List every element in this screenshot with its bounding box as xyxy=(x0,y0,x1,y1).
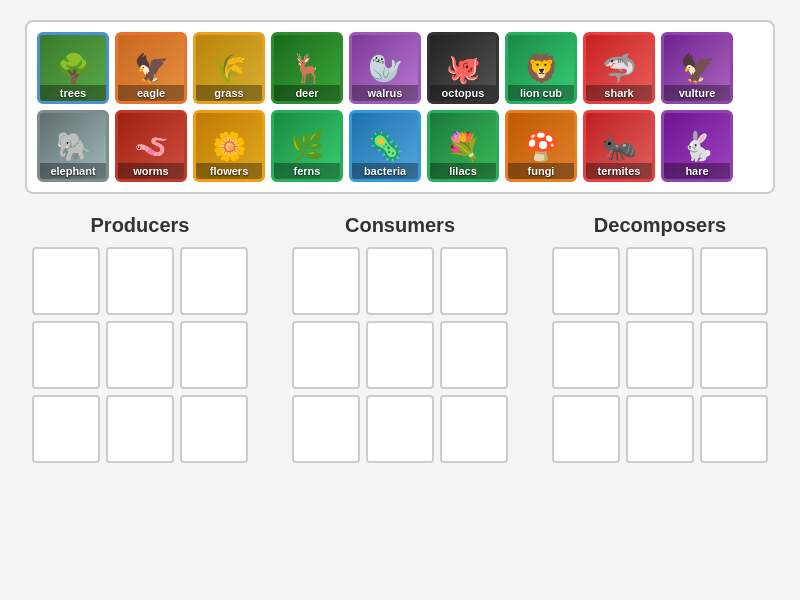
lioncub-label: lion cub xyxy=(508,85,574,101)
drop-cell-producers-8[interactable] xyxy=(180,395,248,463)
drop-cell-decomposers-8[interactable] xyxy=(700,395,768,463)
categories-area: ProducersConsumersDecomposers xyxy=(25,214,775,463)
card-worms[interactable]: 🪱 worms xyxy=(115,110,187,182)
drop-cell-consumers-1[interactable] xyxy=(366,247,434,315)
drop-cell-consumers-0[interactable] xyxy=(292,247,360,315)
drop-cell-consumers-6[interactable] xyxy=(292,395,360,463)
drop-grid-consumers xyxy=(292,247,508,463)
card-flowers[interactable]: 🌼 flowers xyxy=(193,110,265,182)
bacteria-label: bacteria xyxy=(352,163,418,179)
card-bank: 🌳 trees 🦅 eagle 🌾 grass 🦌 deer 🦭 walrus … xyxy=(25,20,775,194)
drop-cell-decomposers-6[interactable] xyxy=(552,395,620,463)
drop-cell-consumers-2[interactable] xyxy=(440,247,508,315)
card-hare[interactable]: 🐇 hare xyxy=(661,110,733,182)
shark-label: shark xyxy=(586,85,652,101)
drop-cell-decomposers-2[interactable] xyxy=(700,247,768,315)
drop-cell-producers-6[interactable] xyxy=(32,395,100,463)
card-lilacs[interactable]: 💐 lilacs xyxy=(427,110,499,182)
drop-cell-producers-3[interactable] xyxy=(32,321,100,389)
category-title-decomposers: Decomposers xyxy=(594,214,726,237)
fungi-label: fungi xyxy=(508,163,574,179)
category-decomposers: Decomposers xyxy=(545,214,775,463)
drop-cell-producers-5[interactable] xyxy=(180,321,248,389)
drop-cell-producers-4[interactable] xyxy=(106,321,174,389)
card-shark[interactable]: 🦈 shark xyxy=(583,32,655,104)
drop-cell-decomposers-5[interactable] xyxy=(700,321,768,389)
drop-cell-decomposers-4[interactable] xyxy=(626,321,694,389)
card-termites[interactable]: 🐜 termites xyxy=(583,110,655,182)
card-bacteria[interactable]: 🦠 bacteria xyxy=(349,110,421,182)
card-grass[interactable]: 🌾 grass xyxy=(193,32,265,104)
ferns-label: ferns xyxy=(274,163,340,179)
card-fungi[interactable]: 🍄 fungi xyxy=(505,110,577,182)
card-eagle[interactable]: 🦅 eagle xyxy=(115,32,187,104)
drop-cell-decomposers-0[interactable] xyxy=(552,247,620,315)
category-consumers: Consumers xyxy=(285,214,515,463)
drop-cell-producers-7[interactable] xyxy=(106,395,174,463)
category-producers: Producers xyxy=(25,214,255,463)
lilacs-label: lilacs xyxy=(430,163,496,179)
card-lioncub[interactable]: 🦁 lion cub xyxy=(505,32,577,104)
drop-grid-producers xyxy=(32,247,248,463)
drop-cell-decomposers-7[interactable] xyxy=(626,395,694,463)
card-ferns[interactable]: 🌿 ferns xyxy=(271,110,343,182)
card-elephant[interactable]: 🐘 elephant xyxy=(37,110,109,182)
flowers-label: flowers xyxy=(196,163,262,179)
trees-label: trees xyxy=(40,85,106,101)
vulture-label: vulture xyxy=(664,85,730,101)
elephant-label: elephant xyxy=(40,163,106,179)
termites-label: termites xyxy=(586,163,652,179)
drop-cell-producers-2[interactable] xyxy=(180,247,248,315)
drop-cell-producers-0[interactable] xyxy=(32,247,100,315)
deer-label: deer xyxy=(274,85,340,101)
octopus-label: octopus xyxy=(430,85,496,101)
drop-cell-decomposers-1[interactable] xyxy=(626,247,694,315)
card-trees[interactable]: 🌳 trees xyxy=(37,32,109,104)
category-title-consumers: Consumers xyxy=(345,214,455,237)
drop-cell-producers-1[interactable] xyxy=(106,247,174,315)
card-vulture[interactable]: 🦅 vulture xyxy=(661,32,733,104)
grass-label: grass xyxy=(196,85,262,101)
eagle-label: eagle xyxy=(118,85,184,101)
card-deer[interactable]: 🦌 deer xyxy=(271,32,343,104)
card-octopus[interactable]: 🐙 octopus xyxy=(427,32,499,104)
card-walrus[interactable]: 🦭 walrus xyxy=(349,32,421,104)
drop-cell-consumers-7[interactable] xyxy=(366,395,434,463)
drop-cell-consumers-3[interactable] xyxy=(292,321,360,389)
drop-grid-decomposers xyxy=(552,247,768,463)
worms-label: worms xyxy=(118,163,184,179)
drop-cell-consumers-8[interactable] xyxy=(440,395,508,463)
hare-label: hare xyxy=(664,163,730,179)
drop-cell-decomposers-3[interactable] xyxy=(552,321,620,389)
drop-cell-consumers-5[interactable] xyxy=(440,321,508,389)
drop-cell-consumers-4[interactable] xyxy=(366,321,434,389)
category-title-producers: Producers xyxy=(91,214,190,237)
walrus-label: walrus xyxy=(352,85,418,101)
